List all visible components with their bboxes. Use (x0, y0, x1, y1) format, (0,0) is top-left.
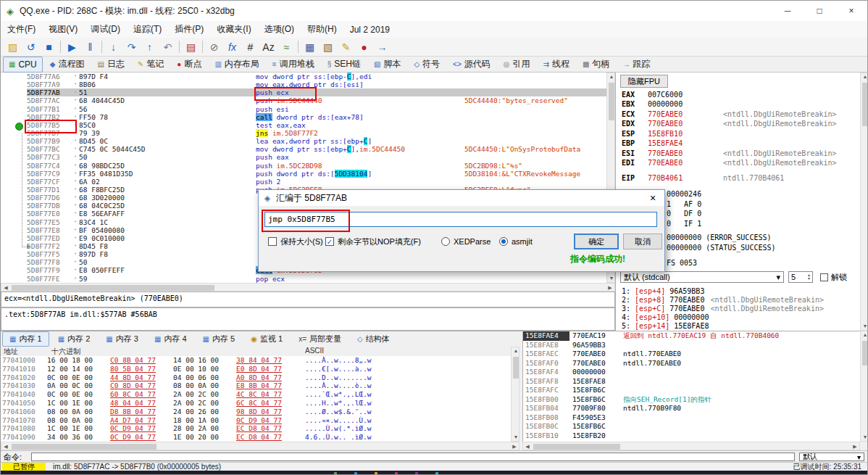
disasm-row[interactable]: 5D8F77AC•68 4044C45Dpush im.5DC444405DC4… (1, 96, 606, 104)
disasm-row[interactable]: 5D8F77B7•79 39jns im.5D8F77F2 (1, 129, 606, 137)
clear-log-icon[interactable]: ⊘ (205, 39, 223, 55)
stack-vertical-scrollbar[interactable]: ▲ ▼ (860, 331, 868, 442)
memory-row[interactable]: 770410200C 00 0E 0044 8D 04 7704 00 06 0… (1, 373, 511, 382)
flag-row-cf-if[interactable]: 0 IF 1 (667, 219, 701, 228)
scroll-right-icon[interactable]: ▶ (851, 443, 859, 450)
scroll-up-icon[interactable]: ▲ (608, 73, 615, 80)
disasm-row[interactable]: 5D8F77C4•68 98BDC25Dpush im.5DC2BD985DC2… (1, 162, 606, 170)
stack-row[interactable]: 15E8FB08F45905E3 (523, 413, 860, 423)
breakpoint-dot-icon[interactable] (15, 123, 23, 131)
memory-row[interactable]: 770410300A 00 0C 00C0 8D 04 7708 00 0A 0… (1, 381, 511, 390)
segment-fs-value[interactable]: FS 0053 (667, 258, 697, 268)
execute-till-return-icon[interactable]: ↑ (141, 39, 159, 55)
tab-threads[interactable]: ⇉线程 (538, 57, 575, 73)
fx-icon[interactable]: fx (223, 39, 241, 55)
disasm-row[interactable]: 5D8F77B5•85C0test eax,eax (1, 121, 606, 129)
taskbar-app-icon[interactable] (375, 472, 377, 475)
patches-icon[interactable]: ▤ (182, 39, 200, 55)
memory-row[interactable]: 7704100016 00 18 00C0 8B 04 7714 00 16 0… (1, 356, 511, 365)
memory-row[interactable]: 770410400C 00 0E 0060 8C 04 772A 00 2C 0… (1, 390, 511, 399)
memory-4-tab[interactable]: ▦内存 4 (147, 331, 194, 347)
assemble-instruction-input[interactable] (264, 212, 657, 227)
menu-help[interactable]: 帮助(H) (301, 21, 343, 38)
disasm-row[interactable]: 5D8F77CF•6A 02push 2 (1, 178, 606, 186)
command-type-dropdown[interactable]: 默认 ▾ (799, 453, 864, 461)
memory-map-icon[interactable]: ▦ (301, 39, 319, 55)
dialog-close-button[interactable]: × (641, 190, 664, 206)
stack-row[interactable]: 15E8FAF815E8FAE8 (523, 377, 860, 387)
tab-references[interactable]: ◎引用 (498, 57, 536, 73)
hide-fpu-button[interactable]: 隐藏FPU (620, 75, 668, 88)
stack-row[interactable]: 15E8FB0015E8FB6C指向SEH_Record[1]的指针 (523, 395, 860, 405)
scroll-right-icon[interactable]: ▶ (511, 443, 518, 450)
run-icon[interactable]: ▶ (63, 39, 81, 55)
scroll-down-icon[interactable]: ▼ (512, 434, 519, 441)
flag-row-zf-af[interactable]: 1 AF 0 (667, 199, 701, 209)
disasm-row[interactable]: 5D8F77B9•8D45 0Clea eax,dword ptr ss:[eb… (1, 137, 606, 145)
stack-argument-row[interactable]: 5: [esp+14] 15E8FAE8 (622, 321, 709, 331)
stack-row[interactable]: 15E8FAF0770EABE0ntdll.770EABE0 (523, 359, 860, 368)
disasm-horizontal-scrollbar[interactable]: ◀ ▶ (1, 283, 615, 292)
graph-icon[interactable]: ≈ (277, 39, 296, 55)
tab-source[interactable]: <>源代码 (447, 57, 496, 73)
disasm-row[interactable]: 5D8F77A9•8B06mov eax,dword ptr ds:[esi] (1, 80, 606, 88)
disasm-row[interactable]: 5D8F77C3•50push eax (1, 153, 606, 161)
unlock-checkbox[interactable]: 解锁 (820, 271, 847, 283)
memory-row[interactable]: 7704101012 00 14 0080 5B 04 770E 00 10 0… (1, 365, 511, 373)
taskbar-app-icon[interactable] (334, 472, 337, 475)
disasm-row[interactable]: 5D8F77AB•51push ecx (1, 88, 606, 96)
register-row[interactable]: ESI770EABE0<ntdll.DbgUiRemoteBreakin> (622, 149, 683, 158)
stack-row[interactable]: 15E8FB04770B9F80ntdll.770B9F80 (523, 404, 860, 413)
hash-icon[interactable]: # (241, 39, 259, 55)
trace-icon[interactable]: → (373, 39, 391, 55)
tab-seh[interactable]: §SEH链 (322, 57, 367, 73)
flag-row-pf-df[interactable]: 0 DF 0 (667, 209, 701, 218)
memory-row[interactable]: 7704107008 00 0A 00A4 D7 04 7718 00 1A 0… (1, 416, 511, 425)
register-row[interactable]: EBP15E8FAE4 (622, 139, 683, 148)
disasm-row[interactable]: 5D8F77FE•59pop ecx (1, 275, 606, 283)
step-over-icon[interactable]: ↷ (122, 39, 141, 55)
disasm-row[interactable]: 5D8F77C9•FF35 0481D35Dpush dword ptr ds:… (1, 170, 606, 178)
maximize-button[interactable]: □ (804, 1, 835, 21)
disasm-row[interactable]: 5D8F77BC•C745 0C 5044C45Dmov dword ptr s… (1, 145, 606, 153)
calling-convention-dropdown[interactable]: 默认 (stdcall) ▾ (620, 271, 784, 283)
scroll-down-icon[interactable]: ▼ (608, 275, 615, 282)
stack-horizontal-scrollbar[interactable]: ◀ ▶ (522, 442, 860, 450)
cancel-button[interactable]: 取消 (623, 234, 662, 249)
register-row[interactable]: EIP770B4061ntdll.770B4061 (622, 173, 683, 183)
nop-fill-checkbox[interactable]: ✓ 剩余字节以NOP填充(F) (325, 235, 421, 248)
menu-trace[interactable]: 追踪(T) (127, 21, 168, 38)
menu-view[interactable]: 视图(V) (42, 21, 84, 38)
registers-vertical-scrollbar[interactable]: ▲ ▼ (860, 73, 868, 331)
menu-debug[interactable]: 调试(D) (84, 21, 127, 38)
scroll-left-icon[interactable]: ◀ (2, 443, 9, 450)
menu-favourites[interactable]: 收藏夹(I) (210, 21, 257, 38)
menu-options[interactable]: 选项(O) (258, 21, 301, 38)
eflags-value[interactable]: 00000246 (667, 189, 701, 199)
memory-2-tab[interactable]: ▦内存 2 (51, 331, 98, 347)
tab-breakpoints[interactable]: ●断点 (171, 57, 207, 73)
stack-row[interactable]: 15E8FAF400000000 (523, 368, 860, 377)
windows-taskbar[interactable] (1, 471, 867, 475)
tab-trace[interactable]: →跟踪 (617, 57, 656, 73)
tab-script[interactable]: ▧脚本 (368, 57, 406, 73)
scroll-left-icon[interactable]: ◀ (524, 443, 531, 450)
memory-3-tab[interactable]: ▦内存 3 (99, 331, 146, 347)
taskbar-app-icon[interactable] (435, 472, 438, 475)
log-icon[interactable]: ▧ (319, 39, 337, 55)
register-row[interactable]: EAX007C6000 (622, 90, 683, 99)
tab-notes[interactable]: ✎笔记 (132, 57, 170, 73)
tab-handles[interactable]: ▩句柄 (577, 57, 615, 73)
taskbar-app-icon[interactable] (354, 472, 357, 475)
memory-5-tab[interactable]: ▦内存 5 (196, 331, 243, 347)
register-row[interactable]: ECX770EABE0<ntdll.DbgUiRemoteBreakin> (622, 110, 683, 119)
memory-row[interactable]: 7704109034 00 36 000C D9 04 771E 00 20 0… (1, 433, 511, 442)
command-input[interactable] (31, 453, 795, 461)
stack-row[interactable]: 15E8FB0C15E8FB6C (523, 422, 860, 431)
open-file-icon[interactable]: ▨ (4, 39, 22, 55)
memory-vertical-scrollbar[interactable]: ▲ ▼ (511, 347, 519, 442)
stack-row[interactable]: 15E8FAE4770EAC19返回到 ntdll.770EAC19 自 ntd… (523, 331, 860, 341)
register-row[interactable]: EDI770EABE0<ntdll.DbgUiRemoteBreakin> (622, 158, 683, 168)
step-into-icon[interactable]: ↓ (104, 39, 122, 55)
stack-row[interactable]: 15E8FB1015E8FB20 (523, 431, 860, 441)
